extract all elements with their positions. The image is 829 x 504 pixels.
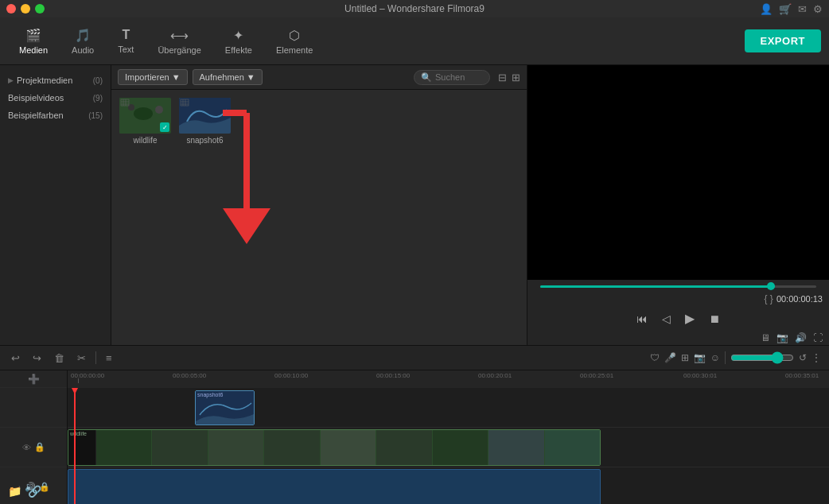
eye-icon[interactable]: 👁	[22, 443, 31, 452]
tab-text-label: Text	[118, 45, 134, 54]
sidebar-item-projektmedien[interactable]: ▶ Projektmedien (0)	[0, 72, 111, 89]
cut-button[interactable]: ✂	[74, 351, 89, 366]
sidebar-beispielfarben-label: Beispielfarben	[8, 110, 64, 120]
track-controls-video: 👁 🔒	[0, 428, 67, 467]
svg-marker-17	[223, 208, 270, 244]
export-button[interactable]: EXPORT	[745, 29, 821, 52]
timeline-add-icon[interactable]: ➕	[28, 374, 40, 385]
zoom-divider	[725, 351, 726, 364]
zoom-slider[interactable]	[730, 351, 794, 364]
camera-icon[interactable]: 📷	[776, 332, 788, 343]
frame-back-button[interactable]: ◁	[659, 311, 674, 327]
filter-icon[interactable]: ⊟	[498, 72, 507, 83]
progress-handle[interactable]	[767, 282, 775, 290]
undo-button[interactable]: ↩	[8, 351, 23, 366]
tab-effekte[interactable]: ✦ Effekte	[214, 23, 263, 60]
sidebar-beispielfarben-count: (15)	[88, 111, 103, 120]
cart-icon: 🛒	[779, 3, 792, 15]
preview-panel: { } 00:00:00:13 ⏮ ◁ ▶ ⏹ 🖥 📷 🔊 ⛶	[527, 65, 829, 345]
tracks-area: snapshot6	[68, 388, 829, 504]
mic-icon: 🎤	[664, 352, 676, 363]
mail-icon: ✉	[798, 3, 807, 15]
ruler-10: 00:00:10:00	[274, 372, 308, 379]
medien-icon: 🎬	[25, 28, 41, 43]
link-folder-icon[interactable]: 🔗	[28, 485, 41, 498]
settings-icon: ⚙	[813, 3, 823, 15]
timeline-main: 00:00:00:00 00:00:05:00 00:00:10:00 00:0…	[68, 370, 829, 504]
user-icon: 👤	[760, 3, 773, 15]
list-button[interactable]: ≡	[103, 351, 115, 366]
timeline-playhead[interactable]	[74, 388, 76, 504]
sidebar-projektmedien-count: (0)	[93, 76, 103, 85]
sidebar-item-beispielvideos[interactable]: Beispielvideos (9)	[0, 89, 111, 107]
fullscreen-icon[interactable]: ⛶	[813, 332, 823, 343]
wildlife-check-icon: ✓	[160, 122, 169, 132]
emoji-icon: ☺	[710, 352, 720, 363]
zoom-reset-icon[interactable]: ↺	[799, 352, 807, 363]
skip-back-button[interactable]: ⏮	[633, 311, 651, 327]
tab-elemente[interactable]: ⬡ Elemente	[265, 23, 324, 60]
ruler-ticks: 00:00:00:00 00:00:05:00 00:00:10:00 00:0…	[71, 370, 826, 388]
ruler-35: 00:00:35:01	[785, 372, 819, 379]
titlebar-icons: 👤 🛒 ✉ ⚙	[760, 3, 823, 15]
tab-effekte-label: Effekte	[225, 45, 252, 55]
search-box: 🔍	[414, 70, 490, 85]
delete-button[interactable]: 🗑	[51, 351, 68, 366]
snapshot-clip[interactable]: snapshot6	[195, 390, 255, 425]
sidebar-footer-icons: 📁 🔗	[8, 485, 41, 498]
ruler-0: 00:00:00:00	[71, 372, 104, 379]
tab-audio[interactable]: 🎵 Audio	[60, 23, 105, 60]
timeline-wrapper: ➕ 👁 🔒 ♪ 🔊 🔒 00:00:00:00 00:00:05:00	[0, 370, 829, 504]
record-button[interactable]: Aufnehmen ▼	[193, 69, 263, 85]
screen-icon[interactable]: 🖥	[761, 332, 770, 343]
snapshot-label: snapshot6	[186, 136, 223, 145]
audio-clip[interactable]	[68, 469, 601, 504]
snapshot-thumbnail	[179, 98, 231, 134]
svg-point-3	[155, 106, 163, 114]
sidebar-beispielvideos-label: Beispielvideos	[8, 93, 64, 103]
sidebar-item-beispielfarben[interactable]: Beispielfarben (15)	[0, 107, 111, 124]
wildlife-thumbnail: ✓	[119, 98, 171, 134]
import-button[interactable]: Importieren ▼	[118, 69, 188, 85]
ruler-25: 00:00:25:01	[580, 372, 613, 379]
tab-medien[interactable]: 🎬 Medien	[8, 23, 59, 60]
lock-icon[interactable]: 🔒	[34, 442, 45, 452]
tab-ubergange[interactable]: ⟷ Übergänge	[146, 23, 212, 60]
tab-text[interactable]: T Text	[107, 23, 145, 59]
redo-button[interactable]: ↪	[29, 351, 45, 366]
grid-view-icon[interactable]: ⊞	[512, 72, 520, 83]
main-area: ▶ Projektmedien (0) Beispielvideos (9) B…	[0, 65, 829, 345]
new-folder-icon[interactable]: 📁	[8, 485, 21, 498]
progress-fill	[540, 285, 775, 288]
media-item-snapshot[interactable]: snapshot6	[179, 98, 231, 145]
stop-button[interactable]: ⏹	[706, 311, 723, 327]
ubergange-icon: ⟷	[170, 28, 189, 43]
maximize-button[interactable]	[35, 4, 45, 14]
media-item-wildlife[interactable]: ✓ wildlife	[119, 98, 171, 145]
minimize-button[interactable]	[21, 4, 30, 14]
shield-icon: 🛡	[650, 352, 660, 363]
wildlife-clip[interactable]: wildlife	[68, 429, 601, 466]
chevron-icon: ▶	[8, 76, 14, 84]
window-controls	[6, 4, 45, 14]
tab-audio-label: Audio	[72, 45, 94, 55]
tab-medien-label: Medien	[19, 45, 48, 55]
search-icon: 🔍	[421, 72, 432, 83]
media-grid: ✓ wildlife	[111, 90, 527, 153]
timeline-side-controls: ➕ 👁 🔒 ♪ 🔊 🔒	[0, 370, 68, 504]
ruler-15: 00:00:15:00	[376, 372, 410, 379]
play-button[interactable]: ▶	[682, 309, 698, 328]
search-input[interactable]	[435, 72, 483, 82]
import-chevron-icon: ▼	[172, 72, 181, 82]
ruler-20: 00:00:20:01	[478, 372, 512, 379]
text-icon: T	[122, 28, 130, 42]
media-panel: Importieren ▼ Aufnehmen ▼ 🔍 ⊟ ⊞	[111, 65, 527, 345]
preview-progress-bar[interactable]	[540, 285, 816, 288]
volume-icon[interactable]: 🔊	[795, 332, 807, 343]
titlebar: Untitled – Wondershare Filmora9 👤 🛒 ✉ ⚙	[0, 0, 829, 17]
toolbar-divider	[95, 351, 96, 364]
playback-controls: ⏮ ◁ ▶ ⏹	[527, 306, 829, 331]
close-button[interactable]	[6, 4, 16, 14]
more-icon[interactable]: ⋮	[811, 352, 821, 363]
tab-elemente-label: Elemente	[276, 45, 313, 55]
